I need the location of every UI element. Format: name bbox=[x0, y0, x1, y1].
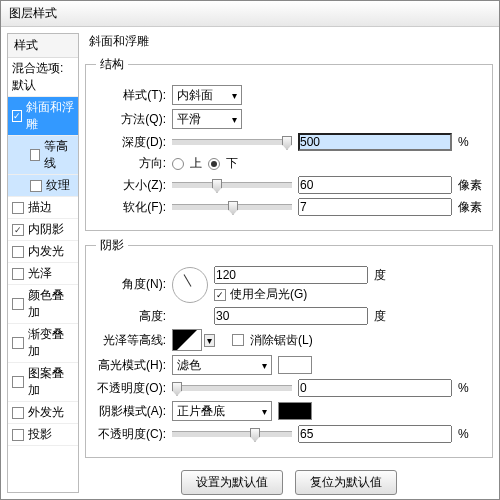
soften-input[interactable] bbox=[298, 198, 452, 216]
altitude-label: 高度: bbox=[96, 308, 166, 325]
size-slider[interactable] bbox=[172, 182, 292, 188]
style-row-11[interactable]: 外发光 bbox=[8, 402, 78, 424]
direction-up-radio[interactable] bbox=[172, 158, 184, 170]
size-label: 大小(Z): bbox=[96, 177, 166, 194]
style-checkbox[interactable] bbox=[12, 268, 24, 280]
style-label: 内发光 bbox=[28, 243, 64, 260]
antialias-label: 消除锯齿(L) bbox=[250, 332, 313, 349]
shadow-mode-label: 阴影模式(A): bbox=[96, 403, 166, 420]
style-row-12[interactable]: 投影 bbox=[8, 424, 78, 446]
style-label: 内阴影 bbox=[28, 221, 64, 238]
style-checkbox[interactable] bbox=[12, 298, 24, 310]
method-dropdown[interactable]: 平滑 bbox=[172, 109, 242, 129]
shading-legend: 阴影 bbox=[96, 237, 128, 254]
global-light-checkbox[interactable] bbox=[214, 289, 226, 301]
style-row-8[interactable]: 颜色叠加 bbox=[8, 285, 78, 324]
style-label: 描边 bbox=[28, 199, 52, 216]
highlight-opacity-label: 不透明度(O): bbox=[96, 380, 166, 397]
style-label: 样式(T): bbox=[96, 87, 166, 104]
style-checkbox[interactable] bbox=[12, 407, 24, 419]
style-checkbox[interactable] bbox=[12, 376, 24, 388]
direction-label: 方向: bbox=[96, 155, 166, 172]
style-label: 光泽 bbox=[28, 265, 52, 282]
shadow-color-swatch[interactable] bbox=[278, 402, 312, 420]
depth-unit: % bbox=[458, 135, 482, 149]
angle-input[interactable] bbox=[214, 266, 368, 284]
style-row-10[interactable]: 图案叠加 bbox=[8, 363, 78, 402]
shadow-opacity-slider[interactable] bbox=[172, 431, 292, 437]
structure-legend: 结构 bbox=[96, 56, 128, 73]
style-label: 渐变叠加 bbox=[28, 326, 74, 360]
set-default-button[interactable]: 设置为默认值 bbox=[181, 470, 283, 495]
highlight-opacity-slider[interactable] bbox=[172, 385, 292, 391]
style-row-7[interactable]: 光泽 bbox=[8, 263, 78, 285]
style-checkbox[interactable] bbox=[12, 429, 24, 441]
style-row-6[interactable]: 内发光 bbox=[8, 241, 78, 263]
contour-label: 光泽等高线: bbox=[96, 332, 166, 349]
shadow-mode-dropdown[interactable]: 正片叠底 bbox=[172, 401, 272, 421]
style-label: 外发光 bbox=[28, 404, 64, 421]
down-label: 下 bbox=[226, 155, 238, 172]
style-dropdown[interactable]: 内斜面 bbox=[172, 85, 242, 105]
style-row-2[interactable]: 等高线 bbox=[8, 136, 78, 175]
style-row-0[interactable]: 混合选项:默认 bbox=[8, 58, 78, 97]
main-panel: 斜面和浮雕 结构 样式(T): 内斜面 方法(Q): 平滑 深度(D): % bbox=[85, 33, 493, 493]
style-checkbox[interactable] bbox=[12, 337, 24, 349]
style-checkbox[interactable]: ✓ bbox=[12, 110, 22, 122]
altitude-input[interactable] bbox=[214, 307, 368, 325]
style-label: 纹理 bbox=[46, 177, 70, 194]
depth-slider[interactable] bbox=[172, 139, 292, 145]
direction-down-radio[interactable] bbox=[208, 158, 220, 170]
soften-unit: 像素 bbox=[458, 199, 482, 216]
shadow-opacity-unit: % bbox=[458, 427, 482, 441]
soften-label: 软化(F): bbox=[96, 199, 166, 216]
shadow-opacity-label: 不透明度(C): bbox=[96, 426, 166, 443]
style-checkbox[interactable] bbox=[12, 202, 24, 214]
styles-list-panel: 样式 混合选项:默认✓斜面和浮雕等高线纹理描边✓内阴影内发光光泽颜色叠加渐变叠加… bbox=[7, 33, 79, 493]
style-row-4[interactable]: 描边 bbox=[8, 197, 78, 219]
style-label: 等高线 bbox=[44, 138, 74, 172]
style-row-3[interactable]: 纹理 bbox=[8, 175, 78, 197]
up-label: 上 bbox=[190, 155, 202, 172]
soften-slider[interactable] bbox=[172, 204, 292, 210]
style-row-5[interactable]: ✓内阴影 bbox=[8, 219, 78, 241]
size-input[interactable] bbox=[298, 176, 452, 194]
angle-unit: 度 bbox=[374, 267, 398, 284]
highlight-mode-label: 高光模式(H): bbox=[96, 357, 166, 374]
styles-header: 样式 bbox=[8, 34, 78, 58]
angle-dial[interactable] bbox=[172, 267, 208, 303]
structure-group: 结构 样式(T): 内斜面 方法(Q): 平滑 深度(D): % 方向: bbox=[85, 56, 493, 231]
size-unit: 像素 bbox=[458, 177, 482, 194]
style-checkbox[interactable] bbox=[30, 180, 42, 192]
antialias-checkbox[interactable] bbox=[232, 334, 244, 346]
highlight-mode-dropdown[interactable]: 滤色 bbox=[172, 355, 272, 375]
style-row-9[interactable]: 渐变叠加 bbox=[8, 324, 78, 363]
effect-title: 斜面和浮雕 bbox=[89, 33, 493, 50]
style-label: 混合选项:默认 bbox=[12, 60, 74, 94]
style-label: 图案叠加 bbox=[28, 365, 74, 399]
method-label: 方法(Q): bbox=[96, 111, 166, 128]
shading-group: 阴影 角度(N): 度 使用全局光(G) bbox=[85, 237, 493, 458]
altitude-unit: 度 bbox=[374, 308, 398, 325]
style-label: 颜色叠加 bbox=[28, 287, 74, 321]
style-checkbox[interactable]: ✓ bbox=[12, 224, 24, 236]
style-checkbox[interactable] bbox=[30, 149, 40, 161]
highlight-opacity-input[interactable] bbox=[298, 379, 452, 397]
style-label: 投影 bbox=[28, 426, 52, 443]
highlight-color-swatch[interactable] bbox=[278, 356, 312, 374]
depth-label: 深度(D): bbox=[96, 134, 166, 151]
shadow-opacity-input[interactable] bbox=[298, 425, 452, 443]
global-light-label: 使用全局光(G) bbox=[230, 286, 307, 303]
highlight-opacity-unit: % bbox=[458, 381, 482, 395]
reset-default-button[interactable]: 复位为默认值 bbox=[295, 470, 397, 495]
style-checkbox[interactable] bbox=[12, 246, 24, 258]
style-label: 斜面和浮雕 bbox=[26, 99, 74, 133]
layer-style-dialog: 图层样式 样式 混合选项:默认✓斜面和浮雕等高线纹理描边✓内阴影内发光光泽颜色叠… bbox=[0, 0, 500, 500]
contour-picker[interactable] bbox=[172, 329, 202, 351]
style-row-1[interactable]: ✓斜面和浮雕 bbox=[8, 97, 78, 136]
window-title: 图层样式 bbox=[1, 1, 499, 27]
depth-input[interactable] bbox=[298, 133, 452, 151]
angle-label: 角度(N): bbox=[96, 276, 166, 293]
